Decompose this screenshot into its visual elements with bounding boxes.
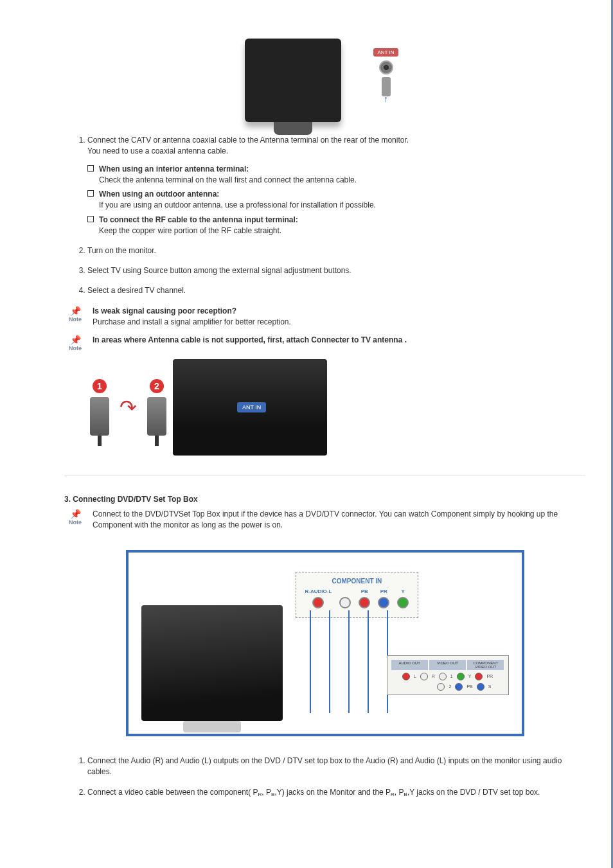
wire-icon: [329, 610, 330, 713]
component-in-title: COMPONENT IN: [305, 578, 409, 585]
mini-port-icon: [437, 683, 445, 691]
wire-icon: [310, 610, 311, 713]
note-connector: 📌 Note In areas where Antenna cable is n…: [64, 335, 585, 351]
marker-1: 1: [93, 379, 107, 393]
mini-port-icon: [455, 683, 463, 691]
mini-port-icon: [475, 673, 483, 680]
component-diagram: COMPONENT IN R-AUDIO-L PB PR: [126, 550, 524, 736]
mini-port-icon: [477, 683, 484, 691]
sub-rf-body: Keep the copper wire portion of the RF c…: [99, 226, 281, 235]
pr-port-icon: [378, 597, 389, 608]
note-dvd-body: Connect to the DVD/DTVSet Top Box input …: [93, 509, 585, 531]
sub-r: R: [258, 792, 262, 797]
y-port-icon: [397, 597, 409, 608]
sub-interior-body: Check the antenna terminal on the wall f…: [99, 175, 357, 184]
wire-icon: [368, 610, 369, 713]
sub-item-rf: To connect the RF cable to the antenna i…: [87, 215, 585, 236]
y-label: Y: [402, 589, 405, 595]
step-1: Connect the CATV or antenna coaxial cabl…: [87, 135, 585, 236]
checkbox-icon: [87, 190, 94, 197]
connector-1: 1: [90, 379, 109, 436]
component-in-panel: COMPONENT IN R-AUDIO-L PB PR: [296, 572, 419, 618]
antenna-jack-icon: [379, 60, 393, 75]
note1-head: Is weak signal causing poor reception?: [93, 306, 236, 315]
ant-in-label: ANT IN: [373, 48, 398, 57]
s2e: ,Y jacks on the DVD / DTV set top box.: [407, 788, 540, 797]
sub-rf-head: To connect the RF cable to the antenna i…: [99, 215, 298, 224]
audio-r-port-icon: [312, 597, 324, 608]
dvd-step-1: Connect the Audio (R) and Audio (L) outp…: [87, 756, 585, 778]
audio-l-port-icon: [339, 597, 351, 608]
step-1-line2: You need to use a coaxial antenna cable.: [87, 146, 228, 155]
curve-arrow-icon: ↷: [120, 395, 137, 420]
mini-port-icon: [457, 673, 465, 680]
install-steps-list: Connect the CATV or antenna coaxial cabl…: [77, 135, 585, 297]
mini-s: S: [488, 684, 492, 689]
set-top-box-panel: AUDIO OUT VIDEO OUT COMPONENT VIDEO OUT …: [387, 655, 509, 695]
mini-pb: PB: [466, 684, 472, 689]
pin-icon: 📌: [64, 509, 86, 519]
pin-icon: 📌: [64, 335, 86, 345]
step-1-line1: Connect the CATV or antenna coaxial cabl…: [87, 136, 409, 145]
marker-2: 2: [150, 379, 164, 393]
monitor-rear-image: ANT IN: [173, 359, 327, 456]
note1-body: Purchase and install a signal amplifier …: [93, 317, 291, 326]
monitor-image: [245, 39, 341, 122]
section-3-title: 3. Connecting DVD/DTV Set Top Box: [64, 495, 585, 504]
note-dvd-dtv: 📌 Note Connect to the DVD/DTVSet Top Box…: [64, 509, 585, 531]
plug-icon: [90, 397, 109, 436]
step-2: Turn on the monitor.: [87, 245, 585, 256]
sub-outdoor-body: If you are using an outdoor antenna, use…: [99, 200, 376, 209]
empty-label: [344, 589, 346, 595]
antenna-connector-image: ANT IN ↑: [367, 48, 405, 112]
mini-port-icon: [402, 673, 410, 680]
mini-r: R: [432, 674, 435, 678]
divider: [64, 475, 585, 475]
mini-port-icon: [420, 673, 428, 680]
note-label: Note: [64, 316, 86, 323]
plug-icon: [147, 397, 166, 436]
wire-icon: [348, 610, 350, 713]
sub-item-interior: When using an interior antenna terminal:…: [87, 164, 585, 186]
mini-y: Y: [468, 674, 472, 678]
figure-connector-steps: 1 ↷ 2 ANT IN: [90, 359, 585, 456]
monitor-image: [141, 605, 283, 721]
sub-r2: R: [391, 792, 395, 797]
mini-c2: 2: [449, 684, 451, 689]
connector-2: 2: [147, 379, 166, 436]
s2d: , P: [395, 788, 404, 797]
mini-l: L: [414, 674, 416, 678]
note-label: Note: [64, 345, 86, 351]
s2c: ,Y) jacks on the Monitor and the P: [274, 788, 391, 797]
pb-label: PB: [361, 589, 368, 595]
sub-interior-head: When using an interior antenna terminal:: [99, 164, 249, 173]
s2a: Connect a video cable between the compon…: [87, 788, 258, 797]
stbox-tab-video: VIDEO OUT: [429, 660, 466, 670]
mini-pr: PR: [486, 674, 493, 678]
pin-icon: 📌: [64, 306, 86, 316]
mini-c1: 1: [450, 674, 453, 678]
sub-b: B: [271, 792, 274, 797]
pb-port-icon: [359, 597, 370, 608]
pr-label: PR: [380, 589, 387, 595]
up-arrow-icon: ↑: [384, 94, 388, 104]
checkbox-icon: [87, 165, 94, 172]
ant-in-badge: ANT IN: [237, 402, 266, 412]
stbox-tab-audio: AUDIO OUT: [391, 660, 428, 670]
mini-port-icon: [439, 673, 447, 680]
checkbox-icon: [87, 216, 94, 222]
step-3: Select TV using Source button among the …: [87, 265, 585, 276]
s2b: , P: [262, 788, 271, 797]
r-audio-label: R-AUDIO-L: [305, 589, 332, 595]
step-4: Select a desired TV channel.: [87, 285, 585, 296]
note2-head: In areas where Antenna cable is not supp…: [93, 335, 407, 344]
dvd-steps-list: Connect the Audio (R) and Audio (L) outp…: [77, 756, 585, 798]
sub-outdoor-head: When using an outdoor antenna:: [99, 190, 219, 199]
stbox-tab-comp: COMPONENT VIDEO OUT: [467, 660, 504, 670]
sub-b2: B: [404, 792, 407, 797]
dvd-step-2: Connect a video cable between the compon…: [87, 787, 585, 798]
sub-item-outdoor: When using an outdoor antenna: If you ar…: [87, 189, 585, 211]
note-weak-signal: 📌 Note Is weak signal causing poor recep…: [64, 306, 585, 328]
note-label: Note: [64, 519, 86, 526]
figure-monitor-antenna: ANT IN ↑: [64, 39, 585, 122]
